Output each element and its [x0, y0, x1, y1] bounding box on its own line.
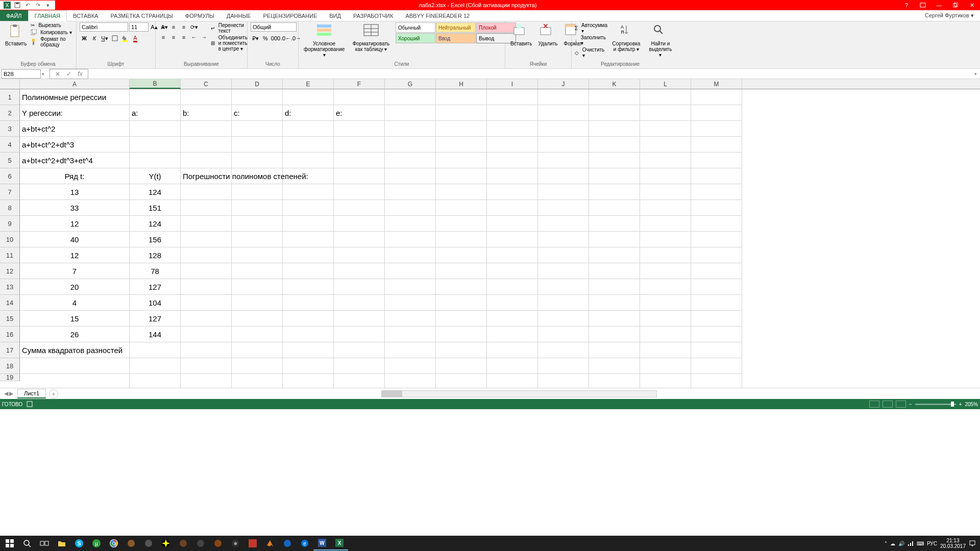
cell-C13[interactable] [181, 279, 232, 295]
column-header-M[interactable]: M [691, 79, 742, 89]
cell-E16[interactable] [283, 327, 334, 342]
start-button[interactable] [1, 536, 18, 550]
qat-dropdown-icon[interactable]: ▾ [44, 1, 52, 9]
cell-J8[interactable] [538, 200, 589, 216]
cell-M18[interactable] [691, 358, 742, 374]
row-header-19[interactable]: 19 [0, 374, 20, 381]
cell-M6[interactable] [691, 168, 742, 184]
cell-C4[interactable] [181, 137, 232, 153]
sheet-nav-prev-icon[interactable]: ◀ [4, 390, 8, 397]
cell-D17[interactable] [232, 342, 283, 358]
cell-L15[interactable] [640, 311, 691, 327]
cell-A16[interactable]: 26 [20, 327, 130, 342]
cell-K15[interactable] [589, 311, 640, 327]
cell-H19[interactable] [436, 374, 487, 388]
align-center-icon[interactable]: ≡ [169, 33, 178, 42]
cell-G3[interactable] [385, 121, 436, 137]
zoom-in-icon[interactable]: + [959, 402, 962, 407]
cell-E15[interactable] [283, 311, 334, 327]
orientation-icon[interactable]: ⟳▾ [189, 22, 199, 32]
cell-C18[interactable] [181, 358, 232, 374]
cell-B19[interactable] [130, 374, 181, 388]
cell-E7[interactable] [283, 184, 334, 200]
tray-cloud-icon[interactable]: ☁ [890, 541, 895, 546]
cell-M3[interactable] [691, 121, 742, 137]
cell-C14[interactable] [181, 295, 232, 311]
horizontal-scrollbar[interactable] [381, 390, 657, 397]
cell-I18[interactable] [487, 358, 538, 374]
cell-D10[interactable] [232, 232, 283, 247]
increase-decimal-icon[interactable]: .0← [281, 34, 290, 43]
cell-K6[interactable] [589, 168, 640, 184]
cell-H4[interactable] [436, 137, 487, 153]
comma-icon[interactable]: 000 [271, 34, 280, 43]
cell-K7[interactable] [589, 184, 640, 200]
undo-icon[interactable]: ↶ [23, 1, 32, 9]
cell-A14[interactable]: 4 [20, 295, 130, 311]
enter-formula-icon[interactable]: ✓ [63, 69, 75, 79]
cancel-formula-icon[interactable]: ✕ [52, 69, 63, 79]
column-header-E[interactable]: E [283, 79, 334, 89]
cell-H17[interactable] [436, 342, 487, 358]
app-icon-5[interactable] [192, 536, 209, 550]
cell-K18[interactable] [589, 358, 640, 374]
cell-J15[interactable] [538, 311, 589, 327]
cell-F17[interactable] [334, 342, 385, 358]
tab-insert[interactable]: ВСТАВКА [67, 10, 104, 21]
cell-C15[interactable] [181, 311, 232, 327]
cell-L5[interactable] [640, 153, 691, 168]
decrease-indent-icon[interactable]: ← [189, 33, 199, 42]
cell-H5[interactable] [436, 153, 487, 168]
align-left-icon[interactable]: ≡ [159, 33, 168, 42]
cell-G18[interactable] [385, 358, 436, 374]
search-icon[interactable] [18, 536, 36, 550]
cell-A17[interactable]: Сумма квадратов разностей [20, 342, 130, 358]
tab-home[interactable]: ГЛАВНАЯ [28, 10, 67, 21]
cell-F13[interactable] [334, 279, 385, 295]
underline-button[interactable]: Ч▾ [100, 34, 109, 43]
close-icon[interactable]: ✕ [966, 0, 978, 10]
column-header-L[interactable]: L [640, 79, 691, 89]
style-normal[interactable]: Обычный [396, 22, 435, 33]
name-box[interactable] [1, 69, 41, 79]
cell-M19[interactable] [691, 374, 742, 388]
autosum-button[interactable]: Σ Автосумма ▾ [575, 22, 607, 34]
row-header-8[interactable]: 8 [0, 200, 20, 216]
cell-G15[interactable] [385, 311, 436, 327]
cell-I10[interactable] [487, 232, 538, 247]
cell-I17[interactable] [487, 342, 538, 358]
cell-F18[interactable] [334, 358, 385, 374]
cell-B8[interactable]: 151 [130, 200, 181, 216]
cell-H1[interactable] [436, 89, 487, 105]
cell-J17[interactable] [538, 342, 589, 358]
cell-M4[interactable] [691, 137, 742, 153]
cell-B17[interactable] [130, 342, 181, 358]
cell-B5[interactable] [130, 153, 181, 168]
tray-chevron-icon[interactable]: ˄ [885, 541, 887, 546]
sheet-tab-active[interactable]: Лист1 [17, 389, 46, 398]
cell-A11[interactable]: 12 [20, 247, 130, 263]
fx-icon[interactable]: fx [75, 69, 86, 79]
percent-icon[interactable]: % [261, 34, 270, 43]
column-header-C[interactable]: C [181, 79, 232, 89]
cell-E5[interactable] [283, 153, 334, 168]
cell-L11[interactable] [640, 247, 691, 263]
cell-I13[interactable] [487, 279, 538, 295]
help-icon[interactable]: ? [900, 0, 913, 10]
cell-I14[interactable] [487, 295, 538, 311]
cell-J14[interactable] [538, 295, 589, 311]
app-icon-1[interactable] [122, 536, 140, 550]
cell-H11[interactable] [436, 247, 487, 263]
cell-L12[interactable] [640, 263, 691, 279]
format-as-table-button[interactable]: Форматировать как таблицу ▾ [349, 22, 394, 53]
app-icon-4[interactable] [175, 536, 192, 550]
cell-J13[interactable] [538, 279, 589, 295]
cell-K3[interactable] [589, 121, 640, 137]
cell-M8[interactable] [691, 200, 742, 216]
border-button[interactable] [110, 34, 119, 43]
sort-filter-button[interactable]: AЯСортировка и фильтр ▾ [609, 22, 643, 53]
cell-M9[interactable] [691, 216, 742, 232]
cell-A8[interactable]: 33 [20, 200, 130, 216]
zoom-out-icon[interactable]: − [909, 402, 912, 407]
cell-L13[interactable] [640, 279, 691, 295]
